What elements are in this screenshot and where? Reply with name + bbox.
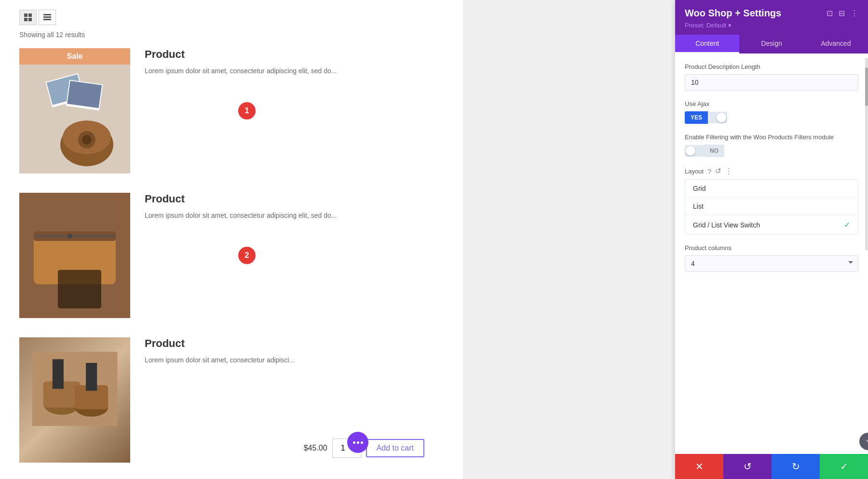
svg-rect-6 [43,19,51,20]
svg-rect-21 [58,270,101,308]
toggle-thumb [717,113,726,122]
panel-footer: ✕ ↺ ↻ ✓ [675,454,868,479]
product-image-svg [19,48,130,173]
product-description: Lorem ipsum dolor sit amet, consectetur … [145,355,444,365]
list-view-button[interactable] [39,10,56,25]
toggle-no-label: NO [704,145,724,157]
toggle-thumb-off [686,146,695,156]
toggle-track[interactable] [708,112,727,123]
use-ajax-label: Use Ajax [685,100,858,107]
panel-title-row: Woo Shop + Settings ⊡ ⊟ ⋮ [685,8,858,19]
add-to-cart-button[interactable]: Add to cart [366,439,424,457]
product-image-wrap [19,193,130,318]
svg-point-15 [82,135,92,145]
toggle-track-off[interactable] [685,145,704,157]
save-button[interactable]: ✓ [820,454,868,479]
dot-3 [361,441,363,444]
grid-view-button[interactable] [19,10,37,25]
layout-option-grid-label: Grid [693,185,705,192]
product-info: Product Lorem ipsum dolor sit amet, cons… [145,337,444,365]
product-image [19,337,130,463]
product-description: Lorem ipsum dolor sit amet, consectetur … [145,66,444,76]
panel-header: Woo Shop + Settings ⊡ ⊟ ⋮ Preset: Defaul… [675,0,868,35]
step-badge-2: 2 [238,247,256,264]
undo-button[interactable]: ↺ [723,454,772,479]
product-list: Sale [19,48,444,463]
layout-reset-icon[interactable]: ↺ [715,167,721,175]
step-badge-1: 1 [238,102,256,120]
product-image-svg-3 [19,352,130,448]
layout-field: Layout ? ↺ ⋮ Grid List Grid / List View … [685,167,858,235]
settings-panel: Woo Shop + Settings ⊡ ⊟ ⋮ Preset: Defaul… [675,0,868,479]
svg-rect-1 [28,13,32,17]
three-dots-button[interactable] [347,432,368,453]
product-info: Product Lorem ipsum dolor sit amet, cons… [145,48,444,76]
list-icon [43,13,51,21]
layout-more-icon[interactable]: ⋮ [725,167,732,175]
preset-dropdown[interactable]: Preset: Default ▾ [685,22,858,29]
layout-option-grid-list[interactable]: Grid / List View Switch ✓ [685,215,858,234]
svg-rect-0 [24,13,27,17]
svg-rect-5 [43,16,51,18]
svg-point-20 [68,234,72,239]
tab-design[interactable]: Design [739,35,803,53]
toggle-yes-label: YES [685,111,708,124]
svg-rect-2 [24,18,27,21]
ajax-toggle[interactable]: YES [685,111,858,124]
list-item: Sale [19,48,444,173]
enable-filtering-field: Enable Filtering with the Woo Products F… [685,133,858,157]
selected-check-icon: ✓ [844,220,850,229]
layout-option-grid[interactable]: Grid [685,180,858,198]
layout-label: Layout [685,168,704,175]
product-price: $45.00 [304,444,327,452]
cancel-button[interactable]: ✕ [675,454,723,479]
product-columns-select[interactable]: 4 3 2 1 [685,255,858,272]
responsive-icon[interactable]: ⊡ [827,9,833,18]
product-title: Product [145,193,444,205]
svg-rect-28 [86,363,97,391]
list-item: Product Lorem ipsum dolor sit amet, cons… [19,193,444,318]
panel-tabs: Content Design Advanced [675,35,868,53]
layout-label-row: Layout ? ↺ ⋮ [685,167,858,175]
panel-scrollbar[interactable] [865,58,868,251]
svg-rect-3 [28,18,32,21]
sale-badge: Sale [19,48,130,65]
more-icon[interactable]: ⋮ [851,9,858,18]
layout-option-list[interactable]: List [685,198,858,215]
dot-1 [353,441,355,444]
panel-body: Product Description Length Use Ajax YES … [675,53,868,454]
product-title: Product [145,337,444,350]
enable-filtering-label: Enable Filtering with the Woo Products F… [685,133,858,141]
svg-rect-4 [43,14,51,15]
svg-rect-11 [67,81,102,108]
list-item: Product Lorem ipsum dolor sit amet, cons… [19,337,444,463]
view-switcher [19,10,444,25]
layout-icon[interactable]: ⊟ [839,9,845,18]
desc-length-label: Product Description Length [685,63,858,70]
product-image [19,193,130,318]
desc-length-field: Product Description Length [685,63,858,91]
product-image-svg-2 [19,193,130,318]
redo-button[interactable]: ↻ [772,454,820,479]
desc-length-input[interactable] [685,74,858,91]
panel-header-icons: ⊡ ⊟ ⋮ [827,9,858,18]
panel-scrollbar-thumb [865,67,868,106]
results-count: Showing all 12 results [19,31,444,39]
panel-title: Woo Shop + Settings [685,8,781,19]
tab-advanced[interactable]: Advanced [804,35,868,53]
product-columns-field: Product columns 4 3 2 1 [685,244,858,272]
tab-content[interactable]: Content [675,35,739,53]
dot-2 [357,441,359,444]
layout-help-icon[interactable]: ? [707,167,711,175]
layout-dropdown: Grid List Grid / List View Switch ✓ [685,179,858,235]
main-content: Showing all 12 results Sale [0,0,463,479]
product-columns-label: Product columns [685,244,858,252]
filtering-toggle[interactable]: NO [685,145,858,157]
grid-icon [24,13,32,21]
use-ajax-field: Use Ajax YES [685,100,858,124]
product-image [19,48,130,173]
svg-rect-27 [53,359,64,389]
product-description: Lorem ipsum dolor sit amet, consectetur … [145,210,444,221]
product-image-wrap: Sale [19,48,130,173]
product-title: Product [145,48,444,61]
